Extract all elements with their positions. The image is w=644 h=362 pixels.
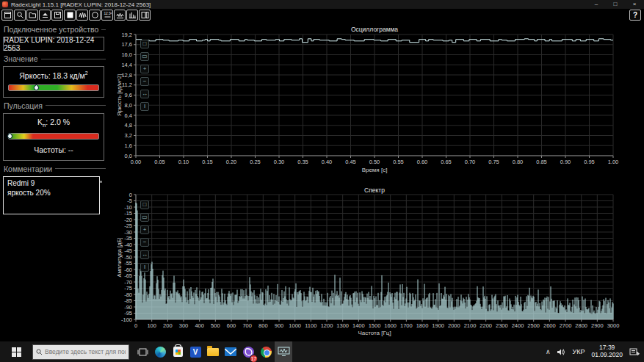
file-explorer-button[interactable] (204, 341, 222, 362)
svg-text:-60: -60 (124, 267, 132, 273)
svg-text:0.75: 0.75 (488, 159, 499, 165)
svg-text:0.80: 0.80 (513, 159, 524, 165)
svg-text:0.15: 0.15 (202, 159, 213, 165)
viber-app-button[interactable]: 17 (239, 341, 257, 362)
svg-text:-5: -5 (127, 198, 132, 204)
zoom-box-icon[interactable]: ▭ (140, 52, 149, 61)
mail-app-button[interactable] (222, 341, 239, 362)
main-toolbar: 12:34 ? (0, 9, 644, 21)
zoom-out-icon[interactable]: − (140, 238, 149, 247)
resize-grip[interactable] (100, 181, 102, 183)
minimize-button[interactable]: – (587, 0, 606, 9)
svg-text:-35: -35 (124, 235, 132, 242)
svg-text:-90: -90 (124, 304, 132, 311)
edge-app-button[interactable] (151, 341, 169, 362)
maximize-button[interactable]: □ (606, 0, 625, 9)
help-button[interactable]: ? (629, 10, 641, 21)
scale-vertical-icon[interactable]: I (140, 102, 149, 111)
device-section-title: Подключенное устройство (4, 25, 106, 34)
pulsation-marker-icon (6, 132, 13, 140)
search-input[interactable] (45, 348, 126, 355)
svg-text:2100: 2100 (464, 322, 477, 329)
pulsation-value: Kп: 2.0 % (8, 117, 99, 128)
chrome-icon (261, 347, 272, 358)
edge-icon (155, 347, 166, 358)
zoom-reset-icon[interactable]: □ (140, 200, 149, 209)
oscillogram-button[interactable] (76, 10, 88, 21)
spectrum-view-button[interactable] (126, 10, 138, 21)
svg-text:16,0: 16,0 (121, 51, 132, 58)
svg-text:0.00: 0.00 (131, 159, 142, 165)
svg-text:400: 400 (195, 322, 204, 329)
scale-vertical-icon[interactable]: I (140, 263, 149, 272)
svg-text:1800: 1800 (416, 322, 429, 329)
svg-text:0.95: 0.95 (584, 159, 595, 165)
start-button[interactable] (0, 341, 32, 362)
svg-text:-15: -15 (124, 210, 132, 217)
zoom-box-icon[interactable]: ▭ (140, 213, 149, 222)
new-window-button[interactable] (1, 10, 13, 21)
svg-text:1300: 1300 (336, 322, 349, 329)
svg-text:0.90: 0.90 (560, 159, 571, 165)
window-titlebar: RadexLight 1.15.1 [RADEX LUPIN: 2018-12-… (0, 0, 644, 9)
comments-input[interactable]: Redmi 9 яркость 20% (3, 176, 100, 214)
svg-text:-70: -70 (124, 279, 132, 286)
connect-device-button[interactable] (39, 10, 51, 21)
measurements-button[interactable]: 12:34 (101, 10, 113, 21)
svg-text:2500: 2500 (527, 322, 540, 329)
pan-horizontal-icon[interactable]: ↔ (140, 90, 149, 98)
notification-center-icon[interactable] (629, 347, 640, 357)
open-file-button[interactable] (26, 10, 38, 21)
svg-text:0.65: 0.65 (441, 159, 452, 165)
layout-button[interactable] (139, 10, 151, 21)
volume-icon[interactable] (557, 348, 565, 356)
svg-text:17,6: 17,6 (121, 41, 132, 48)
v-app-button[interactable]: V (187, 341, 204, 362)
zoom-out-icon[interactable]: − (140, 77, 149, 86)
save-button[interactable] (51, 10, 63, 21)
spectrum-y-label: Амплитуда [дБ] (116, 214, 123, 302)
zoom-in-icon[interactable]: + (140, 65, 149, 73)
svg-text:0.35: 0.35 (297, 159, 308, 165)
record-button[interactable] (89, 10, 101, 21)
brightness-value: Яркость: 18.3 кд/м2 (8, 70, 99, 80)
svg-text:0.85: 0.85 (536, 159, 547, 165)
search-icon (36, 349, 42, 355)
svg-text:12,8: 12,8 (121, 72, 132, 79)
svg-text:4,8: 4,8 (125, 122, 132, 128)
v-app-icon: V (190, 347, 201, 358)
spectrum-chart: 0100200300400500600700800900100011001200… (110, 185, 644, 340)
zoom-reset-icon[interactable]: □ (140, 40, 149, 48)
show-hidden-icons-button[interactable]: ∧ (546, 348, 551, 355)
taskbar-search[interactable] (32, 344, 129, 360)
keyboard-language[interactable]: УКР (572, 348, 585, 355)
white-screen-button[interactable] (64, 10, 76, 21)
clock[interactable]: 17:39 01.09.2020 (591, 344, 623, 359)
svg-text:-55: -55 (124, 260, 132, 267)
zoom-in-icon[interactable]: + (140, 225, 149, 234)
chrome-app-button[interactable] (257, 341, 275, 362)
svg-text:1500: 1500 (369, 322, 381, 329)
svg-text:1400: 1400 (352, 322, 365, 329)
svg-text:-85: -85 (124, 297, 132, 304)
svg-text:12:34: 12:34 (104, 12, 112, 15)
oscillogram-plot[interactable]: 0.000.050.100.150.200.250.300.350.400.45… (110, 24, 644, 176)
waveform-view-button[interactable] (114, 10, 126, 21)
svg-text:-95: -95 (124, 310, 132, 316)
svg-text:6,4: 6,4 (125, 112, 132, 119)
svg-text:1700: 1700 (400, 322, 413, 329)
spectrum-plot[interactable]: 0100200300400500600700800900100011001200… (110, 185, 644, 340)
task-view-button[interactable] (134, 341, 151, 362)
svg-text:2900: 2900 (591, 322, 604, 329)
svg-text:2300: 2300 (496, 322, 508, 329)
radexlight-app-button[interactable] (275, 341, 292, 362)
svg-text:-45: -45 (124, 247, 132, 254)
svg-text:3,2: 3,2 (125, 132, 132, 139)
oscillogram-title: Осциллограмма (136, 26, 613, 33)
store-app-button[interactable] (169, 341, 187, 362)
windows-taskbar: V 17 ∧ (0, 341, 644, 362)
close-button[interactable]: × (625, 0, 644, 9)
pan-horizontal-icon[interactable]: ↔ (140, 250, 149, 259)
device-search-button[interactable] (14, 10, 26, 21)
svg-text:0.60: 0.60 (417, 159, 428, 165)
